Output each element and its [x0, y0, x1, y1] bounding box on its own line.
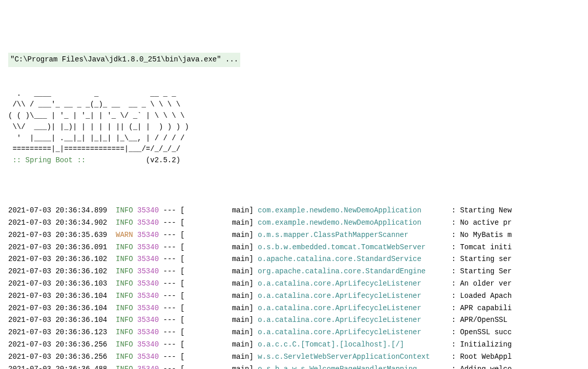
- log-timestamp: 2021-07-03 20:36:36.123: [8, 328, 107, 336]
- log-thread: main]: [232, 316, 258, 324]
- log-message: Initializing: [460, 340, 512, 349]
- log-colon: :: [447, 328, 460, 336]
- log-logger: o.m.s.mapper.ClassPathMapperScanner: [258, 231, 447, 239]
- log-level: INFO: [116, 353, 133, 361]
- log-line: 2021-07-03 20:36:36.102 INFO 35340 --- […: [8, 253, 588, 266]
- command-line: "C:\Program Files\Java\jdk1.8.0_251\bin\…: [8, 53, 240, 67]
- log-line: 2021-07-03 20:36:36.102 INFO 35340 --- […: [8, 266, 588, 278]
- log-message: Starting Ser: [460, 267, 512, 275]
- log-pid: 35340: [137, 328, 159, 336]
- log-separator: --- [: [159, 316, 232, 324]
- log-separator: --- [: [159, 243, 232, 251]
- log-message: Adding welco: [460, 365, 512, 369]
- log-logger: o.a.catalina.core.AprLifecycleListener: [258, 279, 447, 288]
- log-separator: --- [: [159, 365, 232, 369]
- log-pid: 35340: [137, 243, 159, 251]
- log-line: 2021-07-03 20:36:35.639 WARN 35340 --- […: [8, 229, 588, 242]
- log-pid: 35340: [137, 340, 159, 349]
- log-logger: o.a.catalina.core.AprLifecycleListener: [258, 328, 447, 336]
- banner-line-5: =========|_|==============|___/=/_/_/_/: [8, 145, 180, 153]
- log-colon: :: [447, 231, 460, 239]
- log-logger: o.a.c.c.C.[Tomcat].[localhost].[/]: [258, 340, 447, 349]
- log-thread: main]: [232, 328, 258, 336]
- log-separator: --- [: [159, 353, 232, 361]
- log-message: OpenSSL succ: [460, 328, 512, 336]
- log-timestamp: 2021-07-03 20:36:36.104: [8, 292, 107, 300]
- log-timestamp: 2021-07-03 20:36:36.256: [8, 340, 107, 349]
- log-separator: --- [: [159, 255, 232, 263]
- log-level: INFO: [116, 365, 133, 369]
- log-pid: 35340: [137, 353, 159, 361]
- log-level: INFO: [116, 255, 133, 263]
- log-logger: org.apache.catalina.core.StandardEngine: [258, 267, 447, 275]
- log-pid: 35340: [137, 365, 159, 369]
- log-level: INFO: [116, 292, 133, 300]
- log-thread: main]: [232, 267, 258, 275]
- log-colon: :: [447, 304, 460, 312]
- log-message: Starting ser: [460, 255, 512, 263]
- log-pid: 35340: [137, 231, 159, 239]
- log-logger: w.s.c.ServletWebServerApplicationContext: [258, 353, 447, 361]
- log-colon: :: [447, 353, 460, 361]
- log-logger: o.a.catalina.core.AprLifecycleListener: [258, 292, 447, 300]
- log-thread: main]: [232, 255, 258, 263]
- log-thread: main]: [232, 231, 258, 239]
- log-level: WARN: [116, 231, 133, 239]
- log-logger: o.a.catalina.core.AprLifecycleListener: [258, 316, 447, 324]
- log-message: APR/OpenSSL: [460, 316, 512, 324]
- log-thread: main]: [232, 292, 258, 300]
- banner-line-1: /\\ / ___'_ __ _ _(_)_ __ __ _ \ \ \ \: [8, 100, 180, 108]
- log-message: No active pr: [460, 219, 512, 227]
- log-separator: --- [: [159, 219, 232, 227]
- log-thread: main]: [232, 279, 258, 288]
- log-pid: 35340: [137, 206, 159, 214]
- log-timestamp: 2021-07-03 20:36:36.104: [8, 304, 107, 312]
- log-pid: 35340: [137, 279, 159, 288]
- log-output[interactable]: 2021-07-03 20:36:34.899 INFO 35340 --- […: [8, 205, 588, 369]
- log-level: INFO: [116, 267, 133, 275]
- log-line: 2021-07-03 20:36:36.488 INFO 35340 --- […: [8, 363, 588, 369]
- log-separator: --- [: [159, 292, 232, 300]
- log-line: 2021-07-03 20:36:34.899 INFO 35340 --- […: [8, 205, 588, 217]
- log-timestamp: 2021-07-03 20:36:36.488: [8, 365, 107, 369]
- log-timestamp: 2021-07-03 20:36:36.103: [8, 279, 107, 288]
- log-level: INFO: [116, 243, 133, 251]
- log-pid: 35340: [137, 267, 159, 275]
- log-colon: :: [447, 255, 460, 263]
- log-message: An older ver: [460, 279, 512, 288]
- log-colon: :: [447, 340, 460, 349]
- banner-line-2: ( ( )\___ | '_ | '_| | '_ \/ _` | \ \ \ …: [8, 112, 184, 120]
- log-thread: main]: [232, 304, 258, 312]
- log-level: INFO: [116, 219, 133, 227]
- log-pid: 35340: [137, 304, 159, 312]
- log-colon: :: [447, 279, 460, 288]
- log-separator: --- [: [159, 328, 232, 336]
- log-separator: --- [: [159, 206, 232, 214]
- log-line: 2021-07-03 20:36:36.104 INFO 35340 --- […: [8, 302, 588, 315]
- log-thread: main]: [232, 243, 258, 251]
- log-timestamp: 2021-07-03 20:36:36.102: [8, 267, 107, 275]
- log-message: No MyBatis m: [460, 231, 512, 239]
- log-colon: :: [447, 267, 460, 275]
- log-thread: main]: [232, 206, 258, 214]
- log-logger: com.example.newdemo.NewDemoApplication: [258, 219, 447, 227]
- banner-line-0: . ____ _ __ _ _: [8, 90, 176, 98]
- spring-banner: . ____ _ __ _ _ /\\ / ___'_ __ _ _(_)_ _…: [8, 89, 588, 166]
- spring-boot-version: (v2.5.2): [146, 156, 180, 164]
- log-level: INFO: [116, 316, 133, 324]
- log-logger: o.s.b.a.w.s.WelcomePageHandlerMapping: [258, 365, 447, 369]
- log-pid: 35340: [137, 316, 159, 324]
- log-level: INFO: [116, 328, 133, 336]
- log-timestamp: 2021-07-03 20:36:34.899: [8, 206, 107, 214]
- log-line: 2021-07-03 20:36:36.091 INFO 35340 --- […: [8, 242, 588, 254]
- log-timestamp: 2021-07-03 20:36:36.104: [8, 316, 107, 324]
- log-thread: main]: [232, 219, 258, 227]
- log-pid: 35340: [137, 255, 159, 263]
- log-pid: 35340: [137, 292, 159, 300]
- log-timestamp: 2021-07-03 20:36:36.256: [8, 353, 107, 361]
- log-timestamp: 2021-07-03 20:36:36.091: [8, 243, 107, 251]
- log-logger: o.apache.catalina.core.StandardService: [258, 255, 447, 263]
- banner-line-3: \\/ ___)| |_)| | | | | || (_| | ) ) ) ): [8, 123, 189, 131]
- log-level: INFO: [116, 304, 133, 312]
- log-separator: --- [: [159, 267, 232, 275]
